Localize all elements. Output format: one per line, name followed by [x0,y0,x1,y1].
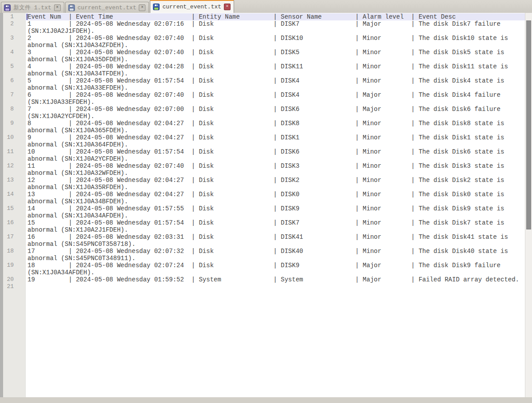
line-text[interactable]: 6 | 2024-05-08 Wednesday 02:07:40 | Disk… [27,91,501,99]
editor-line[interactable]: 1716 | 2024-05-08 Wednesday 02:03:31 | D… [0,233,525,241]
editor-line[interactable]: 1413 | 2024-05-08 Wednesday 02:04:27 | D… [0,191,525,198]
line-number: 9 [0,120,14,127]
vertical-scrollbar[interactable] [525,13,532,397]
tab-bar: 新文件 1.txt ✕ current_event.txt ✕ current_… [0,0,532,13]
floppy-icon [153,4,160,10]
editor-line[interactable]: 43 | 2024-05-08 Wednesday 02:07:40 | Dis… [0,49,525,56]
line-text[interactable]: abnormal (SN:S45PNC0T348911). [27,255,136,262]
floppy-icon [4,4,11,11]
editor-line[interactable]: 65 | 2024-05-08 Wednesday 01:57:54 | Dis… [0,77,525,84]
tab-new-file-1[interactable]: 新文件 1.txt ✕ [1,2,64,13]
line-text[interactable]: (SN:X1J0A2YCFDEH). [27,113,94,120]
editor-line[interactable]: 2019 | 2024-05-08 Wednesday 01:59:52 | S… [0,276,525,283]
editor-line[interactable]: abnormal (SN:X1J0A2YCFDEH). [0,155,525,162]
tab-label: 新文件 1.txt [13,4,51,12]
line-text[interactable]: abnormal (SN:X1J0A33EFDEH). [27,84,128,91]
editor-line[interactable]: 1211 | 2024-05-08 Wednesday 02:07:40 | D… [0,162,525,170]
line-text[interactable]: abnormal (SN:X1J0A2YCFDEH). [27,155,128,162]
editor-line[interactable]: 1312 | 2024-05-08 Wednesday 02:04:27 | D… [0,177,525,184]
line-text[interactable]: abnormal (SN:X1J0A34AFDEH). [27,212,128,219]
line-text[interactable]: 5 | 2024-05-08 Wednesday 01:57:54 | Disk… [27,77,504,84]
line-text[interactable]: abnormal (SN:X1J0A2J1FDEH). [27,226,128,233]
line-text[interactable]: (SN:X1J0A2J1FDEH). [27,28,94,35]
line-text[interactable]: 4 | 2024-05-08 Wednesday 02:04:28 | Disk… [27,63,508,70]
editor-line[interactable]: abnormal (SN:S45PNC0T358718). [0,241,525,248]
editor-line[interactable]: abnormal (SN:X1J0A35RFDEH). [0,184,525,191]
line-text[interactable]: abnormal (SN:X1J0A35RFDEH). [27,184,128,191]
line-text[interactable]: 19 | 2024-05-08 Wednesday 01:59:52 | Sys… [27,276,519,283]
editor-line[interactable]: (SN:X1J0A2J1FDEH). [0,28,525,35]
editor-line[interactable]: 1817 | 2024-05-08 Wednesday 02:07:32 | D… [0,248,525,255]
line-number: 2 [0,20,14,28]
line-text[interactable]: 11 | 2024-05-08 Wednesday 02:07:40 | Dis… [27,162,504,170]
line-text[interactable]: 16 | 2024-05-08 Wednesday 02:03:31 | Dis… [27,233,508,241]
scrollbar-thumb[interactable] [526,20,531,229]
tab-current-event-1[interactable]: current_event.txt ✕ [65,2,149,13]
editor-line[interactable]: abnormal (SN:X1J0A32WFDEH). [0,170,525,177]
line-text[interactable]: abnormal (SN:X1J0A365FDEH). [27,127,128,134]
editor-line[interactable]: abnormal (SN:X1J0A364FDEH). [0,141,525,148]
editor-line[interactable]: abnormal (SN:X1J0A34ZFDEH). [0,42,525,49]
editor-line[interactable]: abnormal (SN:S45PNC0T348911). [0,255,525,262]
line-text[interactable]: Event Num | Event Time | Entity Name | S… [27,13,456,20]
editor-line[interactable]: abnormal (SN:X1J0A33EFDEH). [0,84,525,91]
line-text[interactable]: (SN:X1J0A33EFDEH). [27,99,94,106]
line-text[interactable]: abnormal (SN:X1J0A364FDEH). [27,141,128,148]
line-text[interactable]: abnormal (SN:X1J0A32WFDEH). [27,170,128,177]
line-number: 11 [0,148,14,155]
text-content[interactable]: 1Event Num | Event Time | Entity Name | … [0,13,525,290]
line-text[interactable]: abnormal (SN:X1J0A34BFDEH). [27,198,128,205]
tab-label: current_event.txt [162,4,221,10]
close-icon[interactable]: ✕ [224,4,231,10]
editor-line[interactable]: 76 | 2024-05-08 Wednesday 02:07:40 | Dis… [0,91,525,99]
line-text[interactable]: 8 | 2024-05-08 Wednesday 02:04:27 | Disk… [27,120,504,127]
line-text[interactable]: abnormal (SN:X1J0A34TFDEH). [27,70,128,77]
line-text[interactable]: (SN:X1J0A34AFDEH). [27,269,94,276]
editor-line[interactable]: 1Event Num | Event Time | Entity Name | … [0,13,525,20]
editor-line[interactable]: (SN:X1J0A33EFDEH). [0,99,525,106]
floppy-icon [68,4,75,11]
line-number: 6 [0,77,14,84]
editor-line[interactable]: abnormal (SN:X1J0A2J1FDEH). [0,226,525,233]
line-text[interactable]: 2 | 2024-05-08 Wednesday 02:07:40 | Disk… [27,35,508,42]
line-text[interactable]: 1 | 2024-05-08 Wednesday 02:07:16 | Disk… [27,20,501,28]
line-number: 16 [0,219,14,226]
editor-line[interactable]: abnormal (SN:X1J0A34AFDEH). [0,212,525,219]
line-text[interactable]: 18 | 2024-05-08 Wednesday 02:07:24 | Dis… [27,262,501,269]
close-icon[interactable]: ✕ [139,4,145,11]
editor-line[interactable]: 21 | 2024-05-08 Wednesday 02:07:16 | Dis… [0,20,525,28]
editor-line[interactable]: abnormal (SN:X1J0A365FDEH). [0,127,525,134]
editor-line[interactable]: 1110 | 2024-05-08 Wednesday 01:57:54 | D… [0,148,525,155]
editor-line[interactable]: 54 | 2024-05-08 Wednesday 02:04:28 | Dis… [0,63,525,70]
line-text[interactable]: 10 | 2024-05-08 Wednesday 01:57:54 | Dis… [27,148,504,155]
line-number: 4 [0,49,14,56]
editor-line[interactable]: 32 | 2024-05-08 Wednesday 02:07:40 | Dis… [0,35,525,42]
editor-line[interactable]: 109 | 2024-05-08 Wednesday 02:04:27 | Di… [0,134,525,141]
line-text[interactable]: 9 | 2024-05-08 Wednesday 02:04:27 | Disk… [27,134,504,141]
editor-line[interactable]: (SN:X1J0A2YCFDEH). [0,113,525,120]
tab-current-event-2-active[interactable]: current_event.txt ✕ [150,0,234,13]
editor-line[interactable]: abnormal (SN:X1J0A34BFDEH). [0,198,525,205]
close-icon[interactable]: ✕ [54,4,61,11]
line-text[interactable]: 15 | 2024-05-08 Wednesday 01:57:54 | Dis… [27,219,504,226]
editor-line[interactable]: (SN:X1J0A34AFDEH). [0,269,525,276]
editor-line[interactable]: 1514 | 2024-05-08 Wednesday 01:57:55 | D… [0,205,525,212]
line-text[interactable]: 17 | 2024-05-08 Wednesday 02:07:32 | Dis… [27,248,508,255]
line-text[interactable]: 14 | 2024-05-08 Wednesday 01:57:55 | Dis… [27,205,504,212]
editor-line[interactable]: 1615 | 2024-05-08 Wednesday 01:57:54 | D… [0,219,525,226]
editor-line[interactable]: abnormal (SN:X1J0A35DFDEH). [0,56,525,63]
line-text[interactable]: abnormal (SN:X1J0A35DFDEH). [27,56,128,63]
line-text[interactable]: abnormal (SN:S45PNC0T358718). [27,241,136,248]
editor-line[interactable]: 1918 | 2024-05-08 Wednesday 02:07:24 | D… [0,262,525,269]
editor-area[interactable]: 1Event Num | Event Time | Entity Name | … [0,13,532,397]
line-text[interactable]: 13 | 2024-05-08 Wednesday 02:04:27 | Dis… [27,191,504,198]
line-number: 19 [0,262,14,269]
line-text[interactable]: 3 | 2024-05-08 Wednesday 02:07:40 | Disk… [27,49,504,56]
line-text[interactable]: abnormal (SN:X1J0A34ZFDEH). [27,42,128,49]
editor-line[interactable]: 87 | 2024-05-08 Wednesday 02:07:00 | Dis… [0,106,525,113]
editor-line[interactable]: 21 [0,283,525,290]
line-text[interactable]: 7 | 2024-05-08 Wednesday 02:07:00 | Disk… [27,106,501,113]
editor-line[interactable]: abnormal (SN:X1J0A34TFDEH). [0,70,525,77]
line-text[interactable]: 12 | 2024-05-08 Wednesday 02:04:27 | Dis… [27,177,504,184]
editor-line[interactable]: 98 | 2024-05-08 Wednesday 02:04:27 | Dis… [0,120,525,127]
